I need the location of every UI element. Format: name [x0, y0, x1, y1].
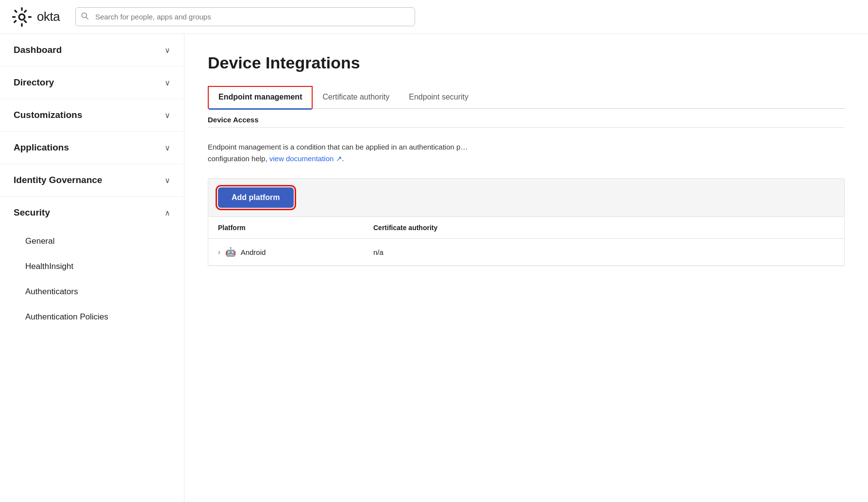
col-header-cert: Certificate authority — [373, 224, 835, 232]
search-bar[interactable] — [75, 7, 415, 26]
svg-rect-2 — [12, 16, 16, 17]
add-platform-button[interactable]: Add platform — [218, 187, 294, 208]
table-row[interactable]: › 🤖 Android n/a — [208, 239, 844, 266]
sidebar-item-directory[interactable]: Directory ∨ — [0, 67, 184, 99]
svg-rect-5 — [23, 19, 27, 23]
sidebar-item-authentication-policies[interactable]: Authentication Policies — [0, 304, 184, 330]
col-header-platform: Platform — [218, 224, 373, 232]
main-content: Device Integrations Endpoint management … — [184, 34, 868, 502]
chevron-down-icon: ∨ — [165, 143, 170, 152]
chevron-down-icon: ∨ — [165, 78, 170, 87]
svg-line-11 — [86, 17, 88, 19]
platforms-table: Platform Certificate authority › 🤖 Andro… — [208, 217, 845, 266]
sidebar: Dashboard ∨ Directory ∨ Customizations ∨… — [0, 34, 184, 502]
svg-rect-1 — [21, 23, 22, 27]
security-sub-items: General HealthInsight Authenticators Aut… — [0, 229, 184, 334]
expand-row-icon[interactable]: › — [218, 248, 220, 256]
sidebar-item-general[interactable]: General — [0, 229, 184, 254]
search-icon — [81, 12, 89, 22]
tabs-row: Endpoint management Certificate authorit… — [208, 86, 845, 109]
cell-cert: n/a — [373, 248, 835, 256]
okta-logo-text: okta — [37, 9, 60, 24]
chevron-down-icon: ∨ — [165, 176, 170, 185]
svg-rect-3 — [28, 16, 32, 17]
platform-name: Android — [241, 248, 266, 256]
description-text: Endpoint management is a condition that … — [208, 141, 845, 165]
sub-tab-device-access[interactable]: Device Access — [208, 113, 259, 127]
chevron-down-icon: ∨ — [165, 46, 170, 55]
add-platform-section: Add platform — [208, 178, 845, 217]
header: okta — [0, 0, 868, 34]
search-input[interactable] — [75, 7, 415, 26]
table-header: Platform Certificate authority — [208, 217, 844, 239]
cell-platform: › 🤖 Android — [218, 247, 373, 257]
okta-logo-icon — [12, 7, 32, 27]
svg-point-9 — [20, 15, 24, 18]
svg-rect-4 — [14, 9, 18, 13]
sidebar-item-healthinsight[interactable]: HealthInsight — [0, 254, 184, 279]
sidebar-item-customizations[interactable]: Customizations ∨ — [0, 99, 184, 132]
sidebar-item-security[interactable]: Security ∧ — [0, 197, 184, 229]
app-body: Dashboard ∨ Directory ∨ Customizations ∨… — [0, 34, 868, 502]
svg-rect-7 — [23, 9, 27, 13]
doc-link[interactable]: view documentation ↗ — [269, 154, 342, 163]
page-title: Device Integrations — [208, 53, 845, 72]
tab-certificate-authority[interactable]: Certificate authority — [313, 87, 399, 108]
sidebar-item-dashboard[interactable]: Dashboard ∨ — [0, 34, 184, 67]
svg-rect-6 — [13, 19, 17, 23]
android-icon: 🤖 — [225, 247, 236, 257]
svg-rect-0 — [21, 7, 22, 11]
sub-tab-row: Device Access — [208, 109, 845, 128]
chevron-down-icon: ∨ — [165, 111, 170, 120]
tab-endpoint-security[interactable]: Endpoint security — [399, 87, 478, 108]
sidebar-item-applications[interactable]: Applications ∨ — [0, 132, 184, 164]
tab-endpoint-management[interactable]: Endpoint management — [208, 86, 313, 109]
logo-area: okta — [12, 7, 60, 27]
chevron-up-icon: ∧ — [165, 208, 170, 218]
sidebar-item-identity-governance[interactable]: Identity Governance ∨ — [0, 164, 184, 197]
sidebar-item-authenticators[interactable]: Authenticators — [0, 279, 184, 304]
